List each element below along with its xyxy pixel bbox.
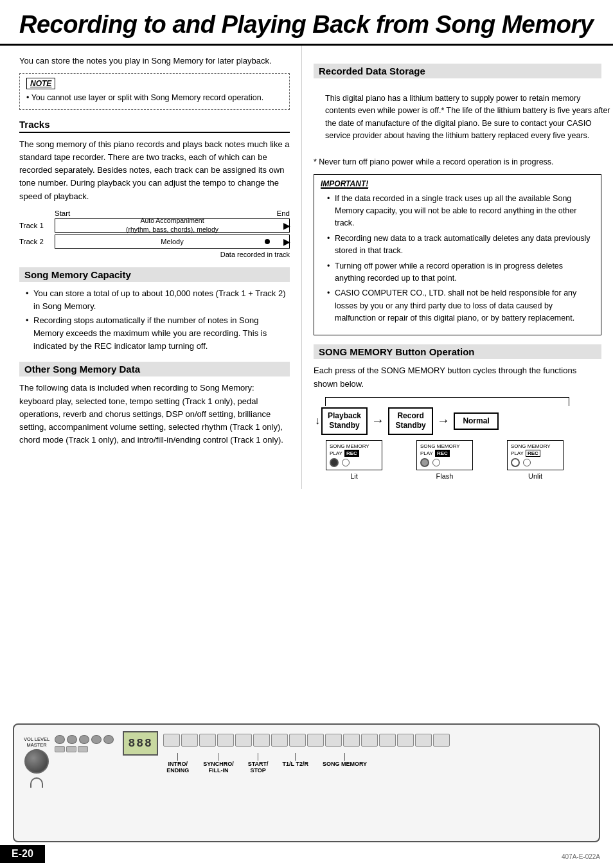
important-bullet-4: CASIO COMPUTER CO., LTD. shall not be he…: [327, 287, 594, 324]
display: 888: [123, 731, 158, 756]
btn-sm-3[interactable]: [78, 746, 88, 752]
panel-btn-7[interactable]: [271, 734, 288, 747]
panel-content: VOL LEVELMASTER 8: [24, 731, 589, 841]
synchro-fill-label: SYNCHRO/FILL-IN: [203, 753, 234, 774]
panel-btn-13[interactable]: [379, 734, 396, 747]
device-diagrams-row: SONG MEMORY PLAY REC Lit: [325, 440, 601, 480]
panel-btn-9[interactable]: [307, 734, 324, 747]
states-row: ↓ PlaybackStandby → RecordStandby →: [314, 407, 601, 435]
panel-btn-8[interactable]: [289, 734, 306, 747]
knob-5[interactable]: [103, 735, 114, 744]
important-bullet-1: If the data recorded in a single track u…: [327, 193, 594, 230]
arrow-2: →: [433, 413, 454, 428]
page-number: E-20: [0, 845, 45, 863]
other-song-memory-text: The following data is included when reco…: [19, 382, 290, 447]
panel-btn-4[interactable]: [217, 734, 234, 747]
loop-back-arrow: ↓: [315, 415, 320, 427]
panel-btn-3[interactable]: [199, 734, 216, 747]
panel-btn-10[interactable]: [325, 734, 342, 747]
t1l-t2r-label: T1/L T2/R: [283, 753, 308, 774]
note-box: NOTE • You cannot use layer or split wit…: [19, 73, 290, 110]
btn-sm-1[interactable]: [55, 746, 65, 752]
device-2-box: SONG MEMORY PLAY REC: [416, 440, 473, 470]
track2-label: Track 2: [19, 238, 55, 245]
start-stop-label: START/STOP: [248, 753, 269, 774]
song-memory-states-diagram: ↓ PlaybackStandby → RecordStandby →: [314, 397, 601, 480]
bottom-panel: VOL LEVELMASTER 8: [13, 723, 600, 842]
knob-4[interactable]: [91, 735, 102, 744]
left-column: You can store the notes you play in Song…: [0, 46, 302, 489]
important-label: IMPORTANT!: [321, 179, 368, 189]
track2-bar: Melody ▶: [55, 235, 290, 249]
headphone-icon: [30, 777, 43, 788]
device-1-label: Lit: [350, 472, 358, 480]
device-1-circle-2: [342, 459, 350, 466]
device-2-label: Flash: [436, 472, 454, 480]
track-end-label: End: [277, 209, 290, 217]
note-label: NOTE: [26, 78, 55, 89]
panel-btn-14[interactable]: [397, 734, 414, 747]
main-content: You can store the notes you play in Song…: [0, 46, 613, 489]
track2-dot: [265, 239, 270, 244]
song-memory-capacity-heading: Song Memory Capacity: [19, 267, 290, 282]
track-start-label: Start: [55, 209, 70, 217]
capacity-bullet-2: Recording stops automatically if the num…: [26, 314, 290, 353]
panel-btn-2[interactable]: [181, 734, 198, 747]
device-3-circle-2: [523, 459, 531, 466]
page: Recording to and Playing Back from Song …: [0, 0, 613, 868]
track1-label: Track 1: [19, 222, 55, 229]
panel-btn-12[interactable]: [361, 734, 378, 747]
device-1-box: SONG MEMORY PLAY REC: [326, 440, 382, 470]
track1-row: Track 1 Auto Accompaniment(rhythm, bass,…: [19, 218, 290, 233]
btn-sm-2[interactable]: [66, 746, 76, 752]
panel-btn-11[interactable]: [343, 734, 360, 747]
page-title: Recording to and Playing Back from Song …: [19, 12, 594, 39]
tracks-heading: Tracks: [19, 119, 290, 133]
panel-btn-6[interactable]: [253, 734, 270, 747]
panel-btn-16[interactable]: [433, 734, 450, 747]
device-1-circle-1: [330, 458, 339, 467]
loop-arrow-container: [325, 397, 595, 406]
tracks-text: The song memory of this piano records an…: [19, 138, 290, 203]
note-content: • You cannot use layer or split with Son…: [26, 92, 283, 104]
intro-ending-label: INTRO/ENDING: [166, 753, 189, 774]
recorded-data-heading: Recorded Data Storage: [314, 64, 601, 78]
main-buttons-area: INTRO/ENDING SYNCHRO/FILL-IN START/STOP …: [163, 734, 589, 774]
device-2-circle-2: [432, 459, 440, 466]
data-recorded-label: Data recorded in track: [19, 251, 290, 258]
recorded-data-text: This digital piano has a lithium battery…: [314, 84, 613, 152]
panel-btn-1[interactable]: [163, 734, 180, 747]
state-playback-standby: PlaybackStandby: [321, 407, 368, 435]
track2-arrow: ▶: [283, 236, 290, 247]
state-normal: Normal: [454, 412, 499, 430]
panel-btn-5[interactable]: [235, 734, 252, 747]
recorded-data-footnote: * Never turn off piano power while a rec…: [314, 156, 601, 168]
knob-1[interactable]: [55, 735, 65, 744]
song-memory-capacity-list: You can store a total of up to about 10,…: [19, 287, 290, 353]
capacity-bullet-1: You can store a total of up to about 10,…: [26, 287, 290, 313]
song-memory-label: SONG MEMORY: [323, 753, 367, 774]
page-header: Recording to and Playing Back from Song …: [0, 0, 613, 46]
track1-arrow: ▶: [283, 220, 290, 231]
track1-bar: Auto Accompaniment(rhythm, bass, chords)…: [55, 218, 290, 233]
song-memory-button-text: Each press of the SONG MEMORY button cyc…: [314, 364, 601, 390]
device-3: SONG MEMORY PLAY REC Unlit: [506, 440, 564, 480]
volume-knob[interactable]: [24, 749, 49, 774]
volume-area: VOL LEVELMASTER: [24, 736, 49, 788]
knob-2[interactable]: [67, 735, 77, 744]
knob-3[interactable]: [79, 735, 89, 744]
small-controls: [55, 735, 114, 752]
device-2: SONG MEMORY PLAY REC Flash: [416, 440, 474, 480]
device-3-label: Unlit: [528, 472, 542, 480]
song-memory-button-heading: SONG MEMORY Button Operation: [314, 344, 601, 359]
page-code: 407A-E-022A: [562, 853, 600, 860]
important-box: IMPORTANT! If the data recorded in a sin…: [314, 174, 601, 336]
right-column: Recorded Data Storage This digital piano…: [302, 46, 613, 489]
important-bullet-2: Recording new data to a track automatica…: [327, 233, 594, 258]
device-2-circle-1: [420, 458, 429, 467]
panel-btn-15[interactable]: [415, 734, 432, 747]
other-song-memory-heading: Other Song Memory Data: [19, 362, 290, 376]
device-1: SONG MEMORY PLAY REC Lit: [325, 440, 383, 480]
intro-text: You can store the notes you play in Song…: [19, 55, 290, 67]
button-row-1: [163, 734, 589, 747]
